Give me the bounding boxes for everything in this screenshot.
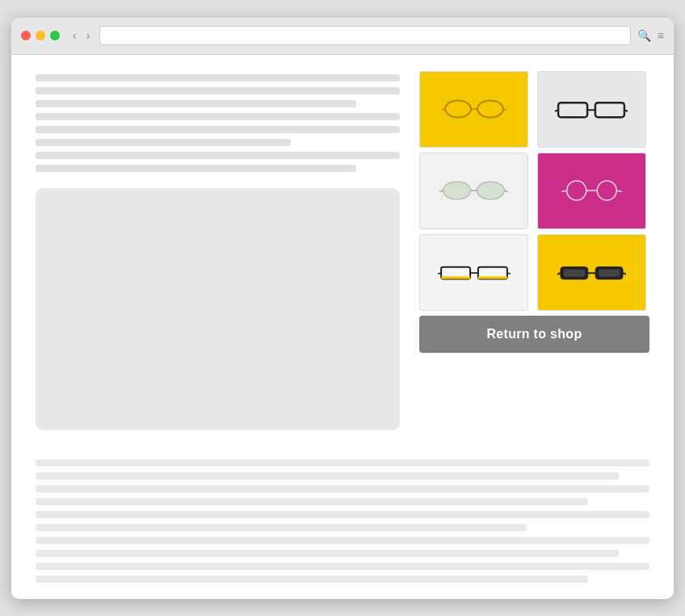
bottom-text-line (36, 563, 649, 570)
left-panel (36, 71, 400, 443)
text-line (36, 126, 400, 133)
bottom-text-lines (36, 459, 649, 583)
text-line (36, 87, 400, 94)
nav-arrows: ‹ › (69, 27, 93, 44)
product-cell-5[interactable] (419, 234, 528, 311)
product-image-placeholder (36, 188, 400, 430)
traffic-lights (21, 31, 60, 40)
svg-line-19 (616, 191, 622, 192)
content-area: Return to shop (36, 71, 649, 443)
minimize-button-dot[interactable] (36, 31, 45, 40)
product-grid (419, 71, 649, 311)
text-line (36, 113, 400, 120)
svg-line-18 (561, 191, 567, 192)
svg-line-26 (506, 273, 510, 274)
bottom-text-line (36, 576, 588, 583)
svg-point-11 (477, 182, 504, 199)
product-cell-4[interactable] (537, 153, 646, 229)
svg-line-14 (504, 191, 508, 192)
svg-line-25 (438, 273, 441, 274)
menu-icon[interactable]: ≡ (658, 29, 664, 42)
svg-point-10 (443, 182, 471, 199)
return-to-shop-button[interactable]: Return to shop (419, 316, 649, 353)
product-cell-1[interactable] (419, 71, 528, 148)
svg-line-32 (557, 273, 561, 274)
text-line (36, 152, 400, 159)
browser-content: Return to shop (11, 55, 674, 599)
svg-rect-5 (558, 103, 587, 117)
bottom-text-line (36, 511, 649, 518)
product-cell-2[interactable] (537, 71, 646, 148)
browser-icons: 🔍 ≡ (637, 29, 664, 42)
svg-point-1 (477, 101, 503, 118)
bottom-text-line (36, 472, 619, 480)
text-lines-top (36, 74, 400, 172)
product-cell-3[interactable] (419, 153, 528, 229)
svg-rect-22 (441, 276, 470, 279)
svg-rect-23 (477, 276, 506, 279)
bottom-text-line (36, 459, 649, 467)
svg-point-16 (597, 181, 616, 200)
text-line (36, 139, 291, 146)
address-bar[interactable] (99, 26, 630, 45)
svg-line-13 (439, 191, 443, 192)
text-line (36, 74, 400, 82)
svg-point-0 (445, 101, 471, 118)
bottom-text-line (36, 498, 588, 505)
bottom-text-line (36, 524, 527, 531)
svg-point-15 (566, 181, 586, 200)
forward-button[interactable]: › (83, 27, 94, 44)
browser-window: ‹ › 🔍 ≡ (11, 18, 674, 599)
browser-chrome: ‹ › 🔍 ≡ (11, 18, 674, 55)
bottom-text-line (36, 550, 619, 557)
text-line (36, 100, 356, 107)
product-cell-6[interactable] (537, 234, 646, 311)
close-button-dot[interactable] (21, 31, 31, 40)
svg-rect-30 (598, 269, 619, 276)
back-button[interactable]: ‹ (69, 27, 80, 44)
svg-rect-6 (595, 103, 624, 117)
svg-rect-29 (563, 269, 584, 276)
text-line (36, 165, 356, 172)
search-icon[interactable]: 🔍 (637, 29, 651, 42)
right-panel: Return to shop (419, 71, 649, 443)
bottom-text-line (36, 485, 649, 492)
bottom-text-line (36, 537, 649, 544)
maximize-button-dot[interactable] (50, 31, 60, 40)
svg-line-33 (623, 273, 626, 274)
